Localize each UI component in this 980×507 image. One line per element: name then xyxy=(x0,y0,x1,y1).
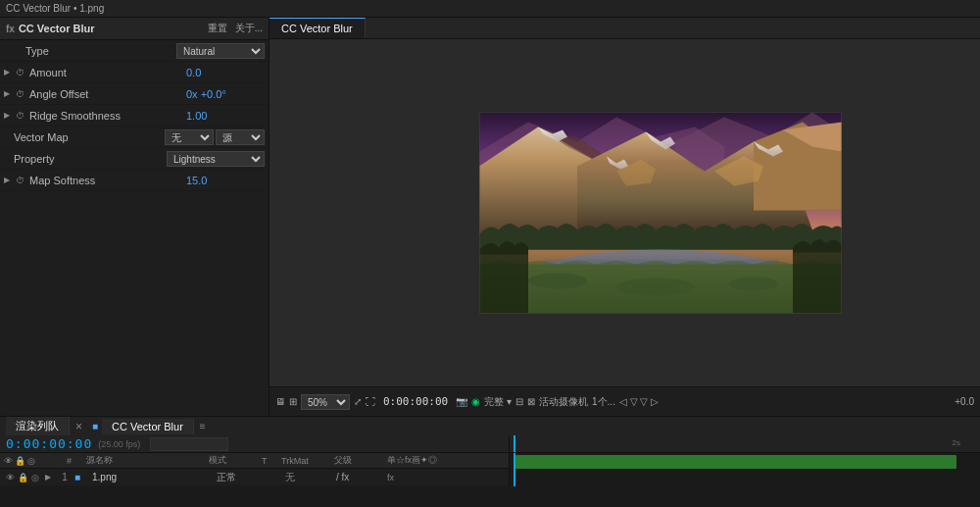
vector-map-row: Vector Map 无 源 xyxy=(0,127,269,148)
fx-indicator[interactable]: fx xyxy=(387,473,394,482)
col-name-header: 源名称 xyxy=(86,454,205,467)
timeline-time-row: 0:00:00:00 (25.00 fps) xyxy=(0,435,509,453)
property-label: Property xyxy=(14,153,167,165)
layer-solo-icon[interactable]: ◎ xyxy=(29,472,41,483)
offset-label: +0.0 xyxy=(955,396,974,407)
ridge-smoothness-label: Ridge Smoothness xyxy=(29,110,186,122)
camera-icon: 📷 xyxy=(456,396,467,407)
property-select[interactable]: Lightness Hue Saturation Brightness xyxy=(167,151,265,167)
type-select[interactable]: Natural Smooth Constant Length xyxy=(176,43,265,59)
angle-stopwatch[interactable]: ⏱ xyxy=(16,89,29,99)
timeline-tab-render[interactable]: 渲染列队 xyxy=(6,417,70,435)
amount-value[interactable]: 0.0 xyxy=(186,67,265,78)
effect-links: 重置 关于... xyxy=(208,22,263,35)
reset-link[interactable]: 重置 xyxy=(208,22,227,35)
color-icon: ◉ xyxy=(471,396,480,407)
fx-badge: fx xyxy=(6,24,15,34)
time-display[interactable]: 0:00:00:00 xyxy=(379,395,452,408)
tl-track-playhead[interactable] xyxy=(514,453,515,486)
svg-rect-23 xyxy=(793,248,842,314)
angle-expander[interactable]: ▶ xyxy=(4,89,16,98)
map-softness-stopwatch[interactable]: ⏱ xyxy=(16,176,29,185)
layer-eye-icon[interactable]: 👁 xyxy=(4,472,16,483)
ridge-stopwatch[interactable]: ⏱ xyxy=(16,111,29,121)
col-t-header: T xyxy=(262,456,277,466)
svg-point-20 xyxy=(729,278,778,291)
count-label[interactable]: 1个... xyxy=(592,395,615,409)
tl-ruler: 2s xyxy=(510,435,980,453)
layer-expand-btn[interactable]: ▶ xyxy=(45,473,55,482)
col-parent-header: 父级 xyxy=(334,454,383,467)
box-icon: ⊠ xyxy=(527,396,535,407)
preview-tab-ccvectorblur[interactable]: CC Vector Blur xyxy=(270,18,366,38)
tl-timecode[interactable]: 0:00:00:00 xyxy=(6,436,92,451)
tl-layer-bar[interactable] xyxy=(515,455,956,469)
vector-map-select1[interactable]: 无 xyxy=(165,129,214,145)
lock-icon[interactable]: 🔒 xyxy=(15,456,25,466)
svg-rect-22 xyxy=(479,250,528,314)
type-label: Type xyxy=(25,45,176,57)
map-softness-row: ▶ ⏱ Map Softness 15.0 xyxy=(0,170,269,191)
vector-map-select2[interactable]: 源 xyxy=(216,129,265,145)
nav-icons: ◁ ▽ ▽ ▷ xyxy=(619,396,659,407)
layer-control-icons: 👁 🔒 ◎ xyxy=(4,456,63,466)
amount-expander[interactable]: ▶ xyxy=(4,68,16,76)
angle-offset-row: ▶ ⏱ Angle Offset 0x +0.0° xyxy=(0,83,269,105)
zoom-select[interactable]: 50% 100% 25% xyxy=(301,394,350,410)
amount-stopwatch[interactable]: ⏱ xyxy=(16,68,29,77)
timeline-tab-comp[interactable]: CC Vector Blur xyxy=(102,419,194,434)
col-trkmat-header: TrkMat xyxy=(281,456,330,466)
snap-icon[interactable]: ⛶ xyxy=(366,396,375,407)
timeline-header: 渲染列队 × ■ CC Vector Blur ≡ xyxy=(0,416,980,435)
map-softness-expander[interactable]: ▶ xyxy=(4,176,16,184)
window-title: CC Vector Blur • 1.png xyxy=(6,3,104,14)
timeline-left: 0:00:00:00 (25.00 fps) 👁 🔒 ◎ # 源名称 模式 T … xyxy=(0,435,510,486)
grid-icon[interactable]: ⊞ xyxy=(289,396,297,407)
tl-fps: (25.00 fps) xyxy=(98,439,140,449)
timeline-tab2-container: ■ CC Vector Blur ≡ xyxy=(92,419,206,434)
vector-map-label: Vector Map xyxy=(14,131,165,143)
about-link[interactable]: 关于... xyxy=(235,22,263,35)
layer-name[interactable]: 1.png xyxy=(92,472,215,482)
layer-type-icon: ■ xyxy=(74,472,88,482)
top-bar: CC Vector Blur • 1.png xyxy=(0,0,980,18)
fit-icon[interactable]: ⤢ xyxy=(354,396,362,407)
timeline-menu-icon[interactable]: ≡ xyxy=(200,421,206,431)
col-hash: # xyxy=(67,456,82,466)
layer-mode[interactable]: 正常 xyxy=(217,471,266,484)
effect-name-row: fx CC Vector Blur xyxy=(6,23,95,34)
type-row: Type Natural Smooth Constant Length xyxy=(0,40,269,62)
layer-parent[interactable]: / fx xyxy=(336,472,385,482)
map-softness-value[interactable]: 15.0 xyxy=(186,175,265,186)
tl-track-area xyxy=(510,453,980,486)
ridge-smoothness-row: ▶ ⏱ Ridge Smoothness 1.00 xyxy=(0,105,269,127)
quality-select[interactable]: 完整 ▾ xyxy=(484,395,512,409)
solo-icon[interactable]: ◎ xyxy=(27,456,35,466)
preview-image-container xyxy=(479,113,842,314)
angle-offset-value[interactable]: 0x +0.0° xyxy=(186,88,265,100)
ruler-2s-mark: 2s xyxy=(953,438,960,447)
layer-visibility-icons: 👁 🔒 ◎ xyxy=(4,472,41,483)
col-mode-header: 模式 xyxy=(209,454,258,467)
preview-tab-label: CC Vector Blur xyxy=(281,23,353,34)
tl-search-input[interactable] xyxy=(150,437,228,451)
main-layout: fx CC Vector Blur 重置 关于... Type Natural … xyxy=(0,18,980,416)
camera-label[interactable]: 活动摄像机 xyxy=(539,395,588,409)
timeline-area: 渲染列队 × ■ CC Vector Blur ≡ 0:00:00:00 (25… xyxy=(0,416,980,478)
transport-bar: 🖥 ⊞ 50% 100% 25% ⤢ ⛶ 0:00:00:00 📷 ◉ 完整 ▾… xyxy=(270,386,980,416)
layer-trkmat[interactable]: 无 xyxy=(285,471,334,484)
amount-label: Amount xyxy=(29,67,186,78)
tl-playhead[interactable] xyxy=(514,435,515,452)
svg-point-19 xyxy=(528,274,587,289)
center-panel: CC Vector Blur xyxy=(270,18,980,416)
effect-title: CC Vector Blur xyxy=(19,23,95,34)
preview-tabs: CC Vector Blur xyxy=(270,18,980,39)
ridge-expander[interactable]: ▶ xyxy=(4,111,16,120)
eye-icon[interactable]: 👁 xyxy=(4,456,13,466)
layer-lock-icon[interactable]: 🔒 xyxy=(17,472,28,483)
timeline-tab-close[interactable]: × xyxy=(75,420,82,433)
map-softness-label: Map Softness xyxy=(29,175,186,186)
ridge-smoothness-value[interactable]: 1.00 xyxy=(186,110,265,122)
preview-area xyxy=(270,39,980,386)
timeline-content: 0:00:00:00 (25.00 fps) 👁 🔒 ◎ # 源名称 模式 T … xyxy=(0,435,980,486)
